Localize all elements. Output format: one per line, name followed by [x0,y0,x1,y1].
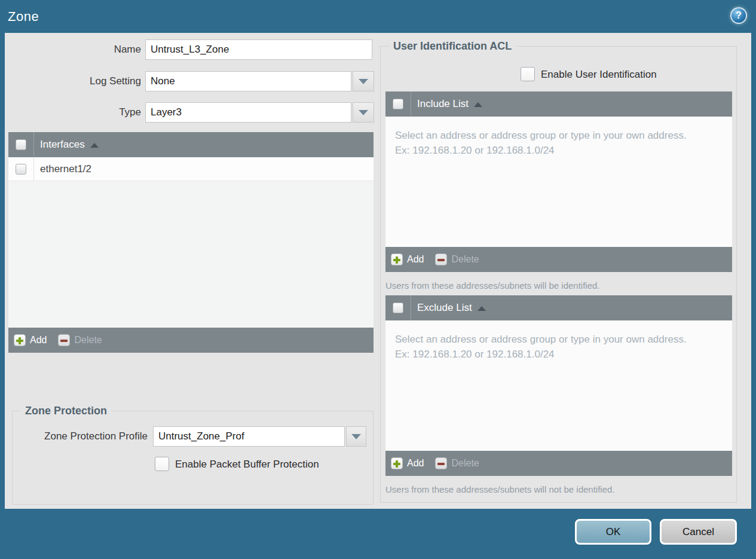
plus-icon [14,334,26,346]
exclude-list-column-header[interactable]: Exclude List [417,302,486,314]
exclude-list-toolbar: Add Delete [385,451,732,476]
delete-button-label: Delete [451,458,479,469]
type-dropdown-button[interactable] [353,102,374,123]
delete-button[interactable]: Delete [435,253,479,265]
exclude-list-header: Exclude List [385,295,732,320]
include-select-all-cell [385,91,411,117]
minus-icon [435,457,447,469]
interfaces-table-empty-area [8,181,374,328]
zone-dialog: Name Log Setting Type Interfaces [5,33,751,509]
add-button-label: Add [407,254,424,265]
exclude-select-all-checkbox[interactable] [393,303,403,313]
zone-protection-profile-input[interactable] [153,426,345,447]
include-list-toolbar: Add Delete [385,247,732,272]
interfaces-column-header[interactable]: Interfaces [40,139,99,151]
minus-icon [58,334,70,346]
include-select-all-checkbox[interactable] [393,99,403,109]
sort-ascending-icon [478,306,486,311]
exclude-select-all-cell [385,295,411,320]
delete-button[interactable]: Delete [435,457,479,469]
enable-user-identification-checkbox[interactable] [521,67,535,81]
interfaces-table: Interfaces ethernet1/2 Add Delete [8,132,374,353]
chevron-down-icon [351,434,361,439]
user-identification-acl-legend: User Identification ACL [389,40,516,53]
interface-name: ethernet1/2 [40,163,91,175]
interfaces-select-all-cell [8,132,34,157]
type-input[interactable] [145,102,351,123]
enable-packet-buffer-protection-label: Enable Packet Buffer Protection [175,457,319,472]
chevron-down-icon [359,79,368,84]
sort-ascending-icon [90,143,99,148]
include-list-table: Include List Select an address or addres… [385,91,732,272]
name-label: Name [22,39,141,60]
include-list-caption: Users from these addresses/subnets will … [385,280,600,291]
include-list-body[interactable]: Select an address or address group or ty… [385,117,732,247]
include-list-column-label: Include List [417,98,469,110]
delete-button[interactable]: Delete [58,334,102,346]
ok-button-label: OK [606,526,621,538]
enable-user-identification-label: Enable User Identification [541,67,657,82]
delete-button-label: Delete [451,254,479,265]
cancel-button[interactable]: Cancel [660,519,737,545]
help-icon[interactable]: ? [730,7,747,24]
page-title: Zone [8,9,39,25]
exclude-list-body[interactable]: Select an address or address group or ty… [385,320,732,451]
add-button[interactable]: Add [391,253,424,265]
exclude-list-placeholder: Select an address or address group or ty… [385,320,696,362]
log-setting-label: Log Setting [22,71,141,91]
type-combo [145,102,374,123]
zone-protection-legend: Zone Protection [21,405,111,417]
log-setting-input[interactable] [145,71,351,91]
log-setting-dropdown-button[interactable] [353,71,374,91]
row-checkbox-cell [8,157,34,181]
plus-icon [391,253,403,265]
add-button[interactable]: Add [14,334,47,346]
type-label: Type [22,102,141,123]
add-button-label: Add [30,335,47,346]
exclude-list-table: Exclude List Select an address or addres… [385,295,732,476]
row-checkbox[interactable] [16,164,26,175]
log-setting-combo [145,71,374,91]
name-input[interactable] [145,39,372,60]
include-list-column-header[interactable]: Include List [417,98,482,110]
plus-icon [391,457,403,469]
sort-ascending-icon [474,102,482,107]
question-mark-glyph: ? [736,10,742,21]
include-list-placeholder: Select an address or address group or ty… [385,117,696,158]
interfaces-table-header: Interfaces [8,132,374,157]
exclude-list-caption: Users from these addresses/subnets will … [385,484,615,494]
enable-packet-buffer-protection-checkbox[interactable] [155,457,169,471]
add-button-label: Add [407,458,424,469]
zone-protection-profile-dropdown-button[interactable] [346,426,366,447]
zone-protection-profile-combo [153,426,366,447]
include-list-header: Include List [385,91,732,117]
interfaces-table-toolbar: Add Delete [8,328,374,353]
interfaces-select-all-checkbox[interactable] [16,139,26,150]
table-row[interactable]: ethernet1/2 [8,157,374,181]
interfaces-column-label: Interfaces [40,139,85,151]
cancel-button-label: Cancel [682,526,714,538]
minus-icon [435,253,447,265]
zone-protection-profile-label: Zone Protection Profile [22,426,148,447]
ok-button[interactable]: OK [575,519,651,545]
delete-button-label: Delete [74,335,102,346]
chevron-down-icon [359,110,368,115]
add-button[interactable]: Add [391,457,424,469]
exclude-list-column-label: Exclude List [417,302,472,314]
